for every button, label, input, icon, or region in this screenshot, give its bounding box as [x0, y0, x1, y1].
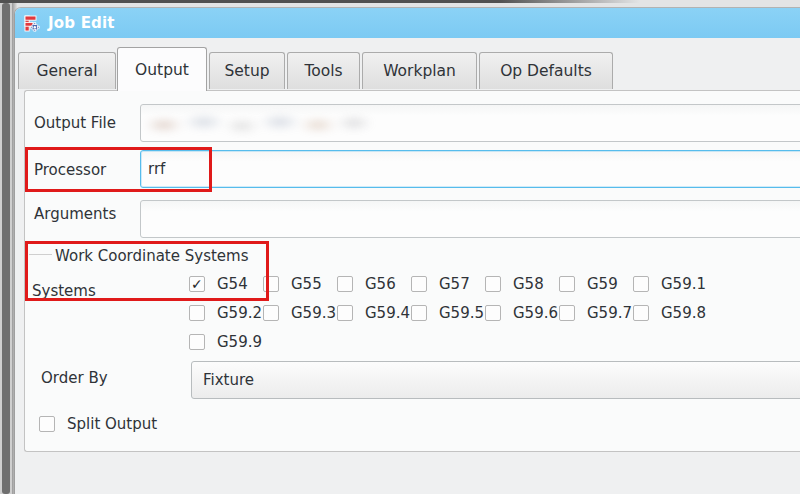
checkbox-g59-5[interactable]: ✓ G59.5	[411, 304, 484, 322]
job-edit-dialog: Job Edit General Output Setup Tools Work…	[15, 8, 800, 494]
tab-setup[interactable]: Setup	[209, 52, 285, 89]
order-by-value: Fixture	[203, 371, 254, 389]
checkbox-g54[interactable]: ✓ G54	[189, 275, 248, 293]
checkbox-box: ✓	[633, 276, 649, 292]
checkbox-box: ✓	[559, 276, 575, 292]
order-by-label: Order By	[41, 368, 108, 388]
parent-scrollbar-handle[interactable]	[2, 3, 10, 494]
checkbox-box: ✓	[263, 276, 279, 292]
checkbox-box: ✓	[485, 305, 501, 321]
checkmark-icon: ✓	[191, 275, 203, 293]
output-file-redacted-blur	[146, 112, 378, 136]
checkbox-box: ✓	[189, 276, 205, 292]
checkbox-box: ✓	[189, 334, 205, 350]
checkbox-box: ✓	[411, 305, 427, 321]
checkbox-g59-6[interactable]: ✓ G59.6	[485, 304, 558, 322]
checkbox-box: ✓	[633, 305, 649, 321]
checkbox-g59-8[interactable]: ✓ G59.8	[633, 304, 706, 322]
checkbox-g59-3[interactable]: ✓ G59.3	[263, 304, 336, 322]
checkbox-box: ✓	[337, 305, 353, 321]
tab-bar: General Output Setup Tools Workplan Op D…	[15, 38, 800, 90]
checkbox-g58[interactable]: ✓ G58	[485, 275, 544, 293]
checkbox-box: ✓	[189, 305, 205, 321]
arguments-input[interactable]	[140, 200, 800, 238]
output-file-label: Output File	[34, 113, 116, 133]
checkbox-g59-9[interactable]: ✓ G59.9	[189, 333, 262, 351]
dialog-title: Job Edit	[48, 14, 115, 32]
output-file-input[interactable]	[140, 104, 800, 142]
tab-tools[interactable]: Tools	[287, 52, 360, 89]
tab-general[interactable]: General	[18, 52, 116, 89]
checkbox-g59[interactable]: ✓ G59	[559, 275, 618, 293]
checkbox-g57[interactable]: ✓ G57	[411, 275, 470, 293]
checkbox-box: ✓	[485, 276, 501, 292]
tab-output[interactable]: Output	[117, 47, 207, 91]
checkbox-box: ✓	[337, 276, 353, 292]
output-tab-panel: Output File Processor Arguments Work Coo…	[24, 90, 800, 452]
checkbox-g56[interactable]: ✓ G56	[337, 275, 396, 293]
dialog-titlebar[interactable]: Job Edit	[15, 8, 800, 38]
processor-label: Processor	[34, 160, 106, 180]
processor-input[interactable]	[140, 150, 800, 188]
checkbox-g55[interactable]: ✓ G55	[263, 275, 322, 293]
checkbox-box: ✓	[263, 305, 279, 321]
systems-label: Systems	[32, 281, 96, 301]
freecad-logo-icon	[22, 14, 41, 33]
checkbox-box: ✓	[411, 276, 427, 292]
parent-window-edge	[0, 0, 640, 3]
order-by-combobox[interactable]: Fixture	[191, 361, 800, 399]
checkbox-g59-4[interactable]: ✓ G59.4	[337, 304, 410, 322]
tab-op-defaults[interactable]: Op Defaults	[479, 52, 613, 89]
parent-scrollbar-track[interactable]	[0, 0, 12, 494]
checkbox-g59-7[interactable]: ✓ G59.7	[559, 304, 632, 322]
arguments-label: Arguments	[34, 204, 116, 224]
checkbox-split-output[interactable]: ✓ Split Output	[39, 415, 157, 433]
wcs-group-title: Work Coordinate Systems	[55, 246, 249, 266]
tab-workplan[interactable]: Workplan	[362, 52, 477, 89]
checkbox-box: ✓	[559, 305, 575, 321]
screenshot-root: Job Edit General Output Setup Tools Work…	[0, 0, 800, 494]
checkbox-g59-2[interactable]: ✓ G59.2	[189, 304, 262, 322]
checkbox-box: ✓	[39, 416, 55, 432]
groupbox-border-segment	[29, 254, 52, 255]
checkbox-g59-1[interactable]: ✓ G59.1	[633, 275, 706, 293]
